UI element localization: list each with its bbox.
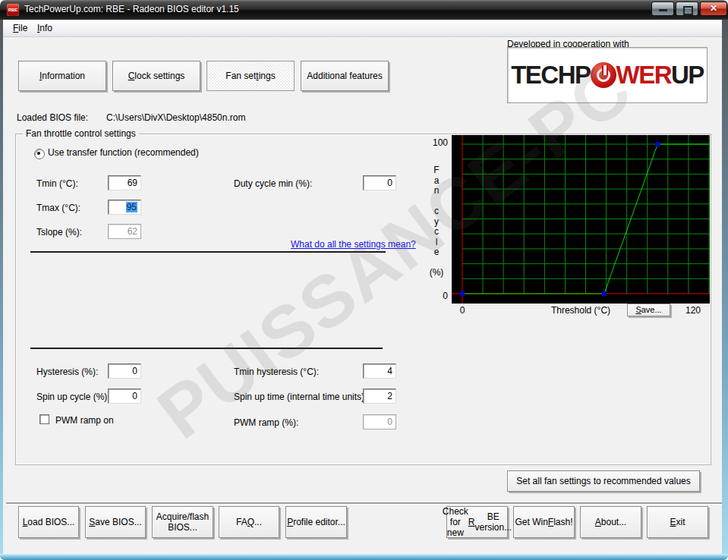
tab-additional-features[interactable]: Additional features bbox=[301, 61, 389, 91]
spin-up-time-label: Spin up time (internal time units): bbox=[234, 392, 367, 402]
techpowerup-logo: TECHPWERUP bbox=[507, 47, 708, 103]
logo-tech: TECHP bbox=[511, 61, 590, 90]
y-axis-tick-100: 100 bbox=[421, 137, 448, 148]
loaded-bios-path: C:\Users\DivX\Desktop\4850n.rom bbox=[106, 112, 245, 123]
maximize-button[interactable] bbox=[676, 2, 698, 16]
pwm-ramp-field: 0 bbox=[363, 414, 396, 429]
tmax-label: Tmax (°C): bbox=[36, 203, 80, 213]
hysteresis-label: Hysteresis (%): bbox=[36, 367, 98, 377]
x-axis-label: Threshold (°C) bbox=[531, 305, 630, 316]
close-button[interactable]: ✕ bbox=[700, 2, 727, 16]
spin-up-cycle-field[interactable]: 0 bbox=[108, 389, 141, 404]
y-axis-tick-0: 0 bbox=[421, 291, 448, 301]
faq-button[interactable]: FAQ... bbox=[219, 506, 279, 538]
techpowerup-logo-text: TECHPWERUP bbox=[511, 61, 704, 90]
minimize-button[interactable] bbox=[651, 2, 674, 16]
app-icon: RBE bbox=[7, 4, 19, 16]
tmin-field[interactable]: 69 bbox=[108, 175, 141, 190]
x-axis-tick-120: 120 bbox=[685, 305, 701, 316]
menu-info[interactable]: Info bbox=[33, 22, 56, 34]
tslope-field: 62 bbox=[108, 224, 141, 239]
duty-cycle-min-label: Duty cycle min (%): bbox=[234, 178, 312, 189]
load-bios-button[interactable]: Load BIOS... bbox=[18, 506, 79, 538]
logo-up: UP bbox=[671, 61, 704, 90]
tab-fan-settings[interactable]: Fan settings bbox=[206, 61, 295, 91]
transfer-function-radio[interactable] bbox=[34, 149, 45, 159]
bottom-separator bbox=[6, 502, 722, 505]
window-border-bottom bbox=[0, 554, 728, 560]
tmin-hysteresis-label: Tmin hysteresis (°C): bbox=[234, 367, 319, 377]
set-recommended-button[interactable]: Set all fan settings to recommended valu… bbox=[507, 470, 700, 492]
maximize-icon bbox=[683, 6, 693, 15]
about-button[interactable]: About... bbox=[580, 506, 641, 538]
fan-curve-chart[interactable] bbox=[452, 135, 710, 304]
acquire-flash-bios-button[interactable]: Acquire/flash BIOS... bbox=[152, 506, 213, 538]
app-window: RBE TechPowerUp.com: RBE - Radeon BIOS e… bbox=[0, 0, 728, 560]
close-icon: ✕ bbox=[710, 3, 717, 14]
check-new-version-button[interactable]: Check for new RBE version... bbox=[446, 506, 508, 538]
pwm-ramp-label: PWM ramp (%): bbox=[234, 417, 298, 428]
tmax-selected-text: 95 bbox=[126, 202, 137, 212]
y-axis-label: F a n c y c l e (%) bbox=[425, 165, 448, 278]
get-winflash-button[interactable]: Get WinFlash! bbox=[513, 506, 575, 538]
transfer-function-radio-label: Use transfer function (recommended) bbox=[48, 147, 199, 158]
settings-help-link[interactable]: What do all the settings mean? bbox=[291, 239, 416, 250]
save-bios-button[interactable]: Save BIOS... bbox=[85, 506, 146, 538]
radio-dot-icon bbox=[37, 152, 40, 155]
divider-bottom bbox=[30, 348, 383, 349]
spin-up-cycle-label: Spin up cycle (%): bbox=[36, 392, 110, 402]
x-axis-tick-0: 0 bbox=[457, 305, 468, 316]
tmin-label: Tmin (°C): bbox=[36, 178, 78, 189]
window-title: TechPowerUp.com: RBE - Radeon BIOS edito… bbox=[24, 4, 239, 14]
window-border-right bbox=[722, 20, 728, 560]
loaded-bios-label: Loaded BIOS file: bbox=[17, 112, 88, 123]
minimize-icon bbox=[659, 9, 667, 11]
tslope-label: Tslope (%): bbox=[36, 227, 82, 238]
tab-information[interactable]: Information bbox=[18, 61, 106, 91]
title-bar[interactable]: RBE TechPowerUp.com: RBE - Radeon BIOS e… bbox=[0, 0, 728, 20]
menu-bar: File Info bbox=[3, 20, 722, 37]
profile-editor-button[interactable]: Profile editor... bbox=[285, 506, 347, 538]
tmin-hysteresis-field[interactable]: 4 bbox=[363, 363, 396, 379]
exit-button[interactable]: Exit bbox=[647, 506, 708, 538]
menu-file[interactable]: File bbox=[9, 22, 31, 34]
logo-wer: WER bbox=[616, 61, 672, 90]
hysteresis-field[interactable]: 0 bbox=[108, 363, 141, 379]
spin-up-time-field[interactable]: 2 bbox=[363, 389, 396, 404]
divider-top bbox=[30, 251, 386, 253]
pwm-ramp-checkbox[interactable] bbox=[39, 414, 49, 424]
chart-save-button[interactable]: Save... bbox=[627, 304, 670, 316]
tmax-field[interactable]: 95 bbox=[108, 200, 141, 215]
pwm-ramp-checkbox-label: PWM ramp on bbox=[55, 415, 114, 426]
tab-clock-settings[interactable]: Clock settings bbox=[112, 61, 200, 91]
power-button-icon bbox=[591, 62, 616, 88]
fan-throttle-group-title: Fan throttle control settings bbox=[23, 128, 139, 139]
duty-cycle-min-field[interactable]: 0 bbox=[363, 175, 396, 190]
